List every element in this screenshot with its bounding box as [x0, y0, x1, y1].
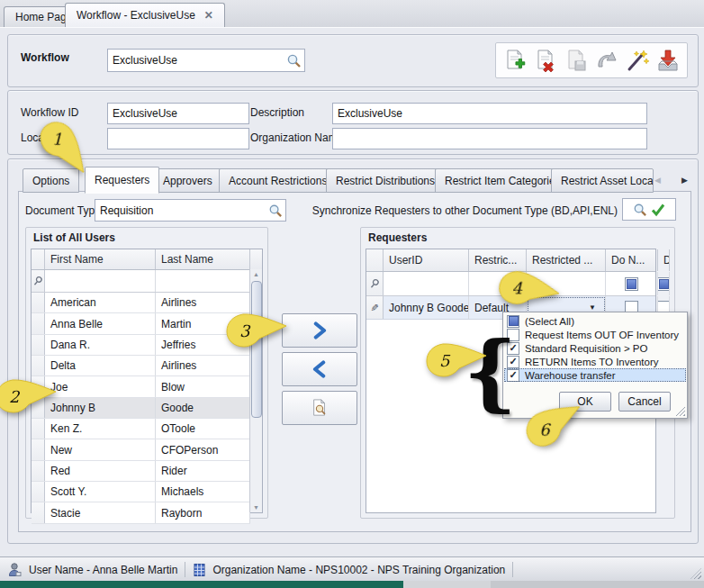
- requesters-group-title: Requesters: [368, 231, 427, 244]
- edit-pencil-icon: ✎: [369, 303, 381, 312]
- users-grid-filter-row[interactable]: [32, 270, 250, 293]
- synchronize-button[interactable]: [622, 198, 676, 221]
- workflow-details-panel: Workflow ID Description Location Organiz…: [7, 90, 699, 155]
- workflow-id-input[interactable]: [111, 107, 246, 120]
- dropdown-item-return-to-inventory[interactable]: ✓ RETURN Items TO Inventory: [504, 355, 686, 368]
- table-row[interactable]: Ken Z.OToole: [32, 419, 250, 439]
- window-tab-bar: Home Page Workflow - ExclusiveUse ✕: [0, 0, 704, 28]
- description-label: Description: [250, 106, 304, 119]
- organization-name-input-box: [332, 128, 647, 149]
- synchronize-label: Synchronize Requesters to other Document…: [306, 204, 618, 217]
- users-grid: First Name Last Name AmericanAirlines An…: [31, 249, 263, 513]
- bottom-edge-strip: [0, 581, 704, 588]
- table-row[interactable]: Scott Y.Michaels: [32, 482, 250, 502]
- column-header-last-name[interactable]: Last Name: [156, 249, 250, 269]
- requester-userid-cell[interactable]: Johnny B Goode: [384, 296, 469, 319]
- organization-icon: [193, 563, 206, 577]
- status-organization: Organization Name - NPS10002 - NPS Train…: [212, 564, 505, 576]
- save-document-icon[interactable]: [564, 48, 589, 73]
- chevron-left-icon: [311, 360, 329, 378]
- popup-resize-grip[interactable]: [675, 406, 685, 416]
- tab-approvers[interactable]: Approvers: [153, 168, 222, 193]
- workflow-id-label: Workflow ID: [21, 106, 78, 119]
- tab-workflow-label: Workflow - ExclusiveUse: [77, 9, 195, 22]
- status-user: User Name - Anna Belle Martin: [29, 564, 177, 576]
- workflow-search-input-box: [107, 49, 305, 72]
- tab-account-restrictions[interactable]: Account Restrictions: [219, 168, 337, 193]
- column-header-do-not[interactable]: Do N...: [606, 249, 658, 271]
- dropdown-item-select-all[interactable]: (Select All): [504, 314, 686, 328]
- workflow-label: Workflow: [21, 51, 69, 64]
- column-header-disabled[interactable]: Disabl...: [658, 249, 670, 271]
- user-icon: [7, 562, 23, 577]
- delete-document-icon[interactable]: [533, 48, 558, 73]
- table-row[interactable]: Anna BelleMartin: [32, 313, 250, 334]
- popup-button-row: OK Cancel: [503, 392, 671, 412]
- svg-text:6: 6: [539, 421, 551, 439]
- column-header-userid[interactable]: UserID: [384, 249, 469, 271]
- column-header-first-name[interactable]: First Name: [45, 249, 156, 269]
- close-tab-icon[interactable]: ✕: [204, 9, 213, 22]
- table-row[interactable]: AmericanAirlines: [32, 293, 250, 313]
- dropdown-item-request-out[interactable]: Request Items OUT OF Inventory: [504, 328, 686, 341]
- column-header-restric[interactable]: Restric...: [469, 249, 527, 271]
- location-input-box: [107, 128, 249, 149]
- taskbar-light-segment: [403, 581, 491, 588]
- application-window: Home Page Workflow - ExclusiveUse ✕ Work…: [0, 0, 704, 588]
- callout-3: 3: [225, 312, 290, 352]
- table-row-selected[interactable]: Johnny BGoode: [32, 398, 250, 419]
- wizard-icon[interactable]: [625, 48, 650, 73]
- tab-restrict-distributions[interactable]: Restrict Distributions: [326, 168, 445, 193]
- chevron-right-icon: [311, 321, 329, 339]
- tab-restrict-asset-location[interactable]: Restrict Asset Location: [551, 168, 654, 193]
- scroll-up-icon[interactable]: ▲: [250, 271, 262, 277]
- table-row[interactable]: StacieRayborn: [32, 502, 250, 523]
- undo-icon[interactable]: [594, 48, 619, 73]
- organization-name-input[interactable]: [336, 132, 644, 145]
- filter-pin-icon: [31, 274, 44, 288]
- table-row[interactable]: RedRider: [32, 461, 250, 482]
- new-document-icon[interactable]: [502, 48, 528, 73]
- users-grid-scrollbar[interactable]: ▲ ▼: [249, 269, 262, 512]
- filter-checkbox-disabled[interactable]: [658, 277, 670, 291]
- add-requester-button[interactable]: [282, 313, 357, 348]
- users-grid-body: AmericanAirlines Anna BelleMartin Dana R…: [32, 293, 250, 524]
- table-row[interactable]: Dana R.Jeffries: [32, 335, 250, 356]
- location-input[interactable]: [111, 132, 246, 145]
- taskbar-teal-segment: [0, 581, 403, 588]
- restriction-dropdown-popup: (Select All) Request Items OUT OF Invent…: [502, 312, 688, 419]
- tab-workflow-exclusiveuse[interactable]: Workflow - ExclusiveUse ✕: [65, 3, 225, 27]
- status-separator: [512, 562, 513, 577]
- table-row[interactable]: NewCFOPerson: [32, 439, 250, 460]
- tab-requesters[interactable]: Requesters: [85, 167, 159, 194]
- preview-button[interactable]: [282, 391, 357, 425]
- workflow-search-input[interactable]: [111, 54, 286, 67]
- document-search-icon: [311, 399, 329, 417]
- cancel-button[interactable]: Cancel: [618, 392, 671, 412]
- window-resize-grip[interactable]: [690, 568, 701, 579]
- table-row[interactable]: JoeBlow: [32, 376, 250, 397]
- document-type-search-icon[interactable]: [268, 204, 283, 218]
- scroll-down-icon[interactable]: ▼: [250, 504, 262, 511]
- callout-5: 5: [425, 342, 490, 382]
- dropdown-item-warehouse-transfer[interactable]: ✓ Warehouse transfer: [504, 368, 686, 382]
- description-input-box: [332, 103, 647, 124]
- dropdown-arrow-icon[interactable]: ▼: [589, 303, 596, 312]
- search-icon[interactable]: [286, 53, 302, 68]
- dropdown-item-standard-requisition[interactable]: ✓ Standard Requisition > PO: [504, 341, 686, 355]
- callout-2: 2: [0, 378, 59, 418]
- svg-text:4: 4: [512, 278, 523, 297]
- svg-text:3: 3: [239, 321, 251, 340]
- filter-checkbox-do-not[interactable]: [625, 277, 638, 291]
- table-row[interactable]: DeltaAirlines: [32, 356, 250, 376]
- description-input[interactable]: [336, 107, 644, 120]
- remove-requester-button[interactable]: [282, 352, 357, 386]
- tab-scroll-right-icon[interactable]: ▶: [678, 172, 691, 188]
- organization-name-label: Organization Name: [250, 131, 343, 144]
- document-type-input[interactable]: [98, 204, 268, 217]
- document-type-input-box: [95, 199, 286, 222]
- workflow-search-panel: Workflow: [7, 34, 699, 87]
- import-icon[interactable]: [655, 48, 681, 73]
- status-separator: [185, 562, 185, 577]
- column-header-restricted[interactable]: Restricted ...: [527, 249, 606, 271]
